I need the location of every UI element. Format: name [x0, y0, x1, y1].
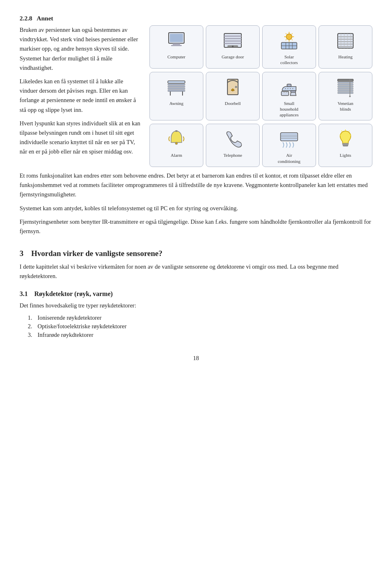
svg-point-47 [285, 88, 286, 89]
body-para-3: Fjernstyringsenheter som benytter IR-tra… [20, 217, 372, 236]
list-num-2: 2. [28, 323, 34, 330]
svg-rect-64 [175, 130, 178, 132]
section3-title: Hvordan virker de vanligste sensorene? [31, 249, 163, 258]
icon-cell-awning: Awning [149, 72, 203, 121]
svg-line-16 [286, 33, 287, 35]
blinds-label: Venetian blinds [338, 100, 353, 112]
svg-rect-46 [287, 84, 291, 87]
section31-number: 3.1 [20, 290, 28, 297]
svg-point-49 [290, 88, 291, 89]
solar-label: Solar collectors [281, 54, 298, 66]
svg-rect-6 [224, 38, 241, 39]
icon-cell-garage: Garage door [206, 25, 260, 69]
svg-rect-57 [338, 84, 353, 85]
svg-rect-60 [338, 90, 353, 91]
telephone-label: Telephone [223, 152, 242, 158]
list-item: 1. Ioniserende røykdetektorer [20, 314, 372, 321]
section31-intro: Det finnes hovedsakelig tre typer røykde… [20, 301, 372, 310]
icon-cell-heating: Heating [318, 25, 372, 69]
list-num-3: 3. [28, 332, 34, 338]
svg-point-10 [232, 46, 234, 47]
icon-cell-lights: Lights [318, 124, 372, 167]
icon-cell-telephone: Telephone [206, 124, 260, 167]
svg-line-74 [341, 131, 342, 131]
svg-line-76 [340, 135, 341, 135]
left-text-column: Bruken av persienner kan også bestemmes … [20, 25, 142, 167]
section-3-block: 3 Hvordan virker de vanligste sensorene?… [20, 249, 372, 281]
section3-intro: I dette kapittelet skal vi beskrive virk… [20, 262, 372, 281]
section-31-heading: 3.1 Røykdetektor (røyk, varme) [20, 290, 372, 298]
heating-icon [334, 29, 357, 52]
icon-cell-solar: Solar collectors [262, 25, 316, 69]
solar-icon [278, 29, 301, 52]
list-text-2: Optiske/fotoelektriske røykdetektorer [38, 323, 127, 330]
body-para-2: Systemet kan som antydet, kobles til tel… [20, 204, 372, 213]
aircon-label: Air conditioning [278, 152, 301, 164]
svg-point-65 [175, 142, 178, 145]
appliances-icon [278, 76, 301, 98]
icon-cell-blinds: Venetian blinds [318, 72, 372, 121]
page-container: 2.2.8 Annet Bruken av persienner kan ogs… [20, 15, 372, 362]
svg-rect-38 [168, 88, 185, 89]
section-number: 2.2.8 [20, 15, 32, 22]
svg-rect-3 [170, 34, 183, 42]
svg-line-18 [286, 39, 287, 40]
appliances-label: Small household appliances [280, 100, 298, 118]
list-num-1: 1. [28, 314, 34, 321]
svg-line-17 [292, 33, 293, 35]
section3-number: 3 [20, 249, 24, 258]
aircon-icon [278, 127, 301, 150]
lights-label: Lights [340, 152, 351, 158]
svg-line-19 [292, 39, 293, 40]
svg-point-43 [235, 86, 237, 88]
icon-grid-column: Computer [149, 25, 372, 167]
list-text-3: Infrarøde røykdtektorer [38, 332, 93, 338]
svg-point-44 [232, 90, 233, 91]
icon-cell-doorbell: Doorbell [206, 72, 260, 121]
doorbell-label: Doorbell [225, 100, 241, 106]
svg-rect-58 [338, 86, 353, 87]
svg-rect-56 [338, 82, 353, 83]
icon-cell-appliances: Small household appliances [262, 72, 316, 121]
svg-rect-71 [343, 145, 348, 146]
body-para-1: Et roms funksjonalitet kan endres etter … [20, 171, 372, 200]
list-item: 2. Optiske/fotoelektriske røykdetektorer [20, 323, 372, 330]
svg-point-48 [287, 88, 288, 89]
svg-rect-53 [286, 91, 287, 92]
blinds-icon [334, 76, 357, 98]
svg-point-50 [292, 88, 293, 89]
section-31-block: 3.1 Røykdetektor (røyk, varme) Det finne… [20, 290, 372, 338]
svg-rect-55 [338, 79, 353, 81]
list-item: 3. Infrarøde røykdtektorer [20, 332, 372, 338]
alarm-icon [165, 127, 188, 150]
svg-rect-5 [224, 36, 241, 37]
para-1: Bruken av persienner kan også bestemmes … [20, 25, 142, 73]
svg-line-73 [349, 131, 350, 131]
heating-label: Heating [339, 54, 353, 60]
svg-point-11 [286, 34, 292, 40]
svg-rect-54 [291, 91, 296, 92]
svg-rect-61 [338, 92, 353, 93]
computer-label: Computer [167, 54, 185, 60]
svg-rect-59 [338, 88, 353, 89]
svg-rect-36 [168, 84, 185, 85]
svg-rect-37 [168, 86, 185, 87]
svg-rect-70 [343, 143, 348, 145]
telephone-icon [221, 127, 244, 150]
two-col-layout: Bruken av persienner kan også bestemmes … [20, 25, 372, 167]
para-3: Hvert lyspunkt kan styres individuelt sl… [20, 119, 142, 157]
doorbell-icon [221, 76, 244, 98]
svg-rect-8 [224, 43, 241, 44]
svg-rect-35 [168, 81, 185, 83]
section-title: Annet [37, 15, 53, 22]
list-text-1: Ioniserende røykdetektorer [38, 314, 102, 321]
svg-rect-52 [283, 91, 285, 92]
section31-title: Røykdetektor (røyk, varme) [34, 290, 113, 297]
icon-cell-computer: Computer [149, 25, 203, 69]
icon-cell-aircon: Air conditioning [262, 124, 316, 167]
awning-label: Awning [169, 100, 183, 106]
garage-icon [221, 29, 244, 52]
icon-cell-alarm: Alarm [149, 124, 203, 167]
section-heading: 2.2.8 Annet [20, 15, 372, 22]
svg-rect-7 [224, 40, 241, 42]
